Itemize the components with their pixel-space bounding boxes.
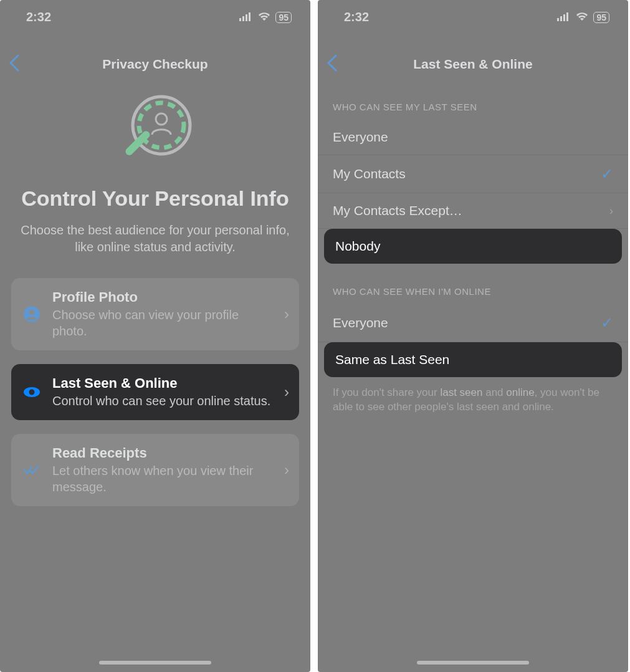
row-online-everyone[interactable]: Everyone ✓ — [318, 304, 628, 342]
svg-rect-14 — [563, 14, 565, 21]
signal-icon — [557, 10, 571, 24]
home-indicator[interactable] — [417, 661, 529, 665]
option-title: Read Receipts — [52, 445, 273, 461]
option-desc: Choose who can view your profile photo. — [52, 307, 273, 339]
chevron-right-icon: › — [284, 305, 289, 323]
status-bar: 2:32 95 — [318, 0, 628, 34]
nav-bar: Privacy Checkup — [0, 46, 310, 83]
home-indicator[interactable] — [99, 661, 211, 665]
row-label: My Contacts Except… — [333, 203, 462, 218]
option-profile-photo[interactable]: Profile Photo Choose who can view your p… — [11, 278, 299, 350]
phone-screen-1: 2:32 95 Privacy Checkup Control Your Per… — [0, 0, 310, 672]
svg-point-6 — [156, 113, 167, 125]
svg-rect-0 — [239, 18, 241, 21]
double-check-icon — [22, 464, 41, 476]
phone-screen-2: 2:32 95 Last Seen & Online WHO CAN SEE M… — [318, 0, 628, 672]
wifi-icon — [576, 10, 588, 24]
eye-icon — [22, 386, 41, 398]
hero-illustration-icon — [0, 94, 310, 169]
svg-rect-15 — [566, 12, 568, 21]
svg-rect-13 — [560, 16, 562, 21]
section-last-seen: WHO CAN SEE MY LAST SEEN Everyone My Con… — [318, 102, 628, 264]
nav-bar: Last Seen & Online — [318, 46, 628, 83]
battery-icon: 95 — [593, 12, 609, 23]
svg-point-9 — [29, 310, 34, 315]
chevron-right-icon: › — [284, 383, 289, 401]
row-label: My Contacts — [333, 166, 406, 181]
row-my-contacts[interactable]: My Contacts ✓ — [318, 155, 628, 193]
status-bar: 2:32 95 — [0, 0, 310, 34]
section-header: WHO CAN SEE MY LAST SEEN — [318, 102, 628, 112]
row-label: Same as Last Seen — [335, 352, 449, 367]
section-header: WHO CAN SEE WHEN I'M ONLINE — [318, 286, 628, 297]
option-title: Profile Photo — [52, 289, 273, 305]
back-icon[interactable] — [9, 52, 20, 77]
svg-rect-2 — [246, 14, 247, 21]
status-time: 2:32 — [26, 10, 51, 24]
row-same-as-last-seen[interactable]: Same as Last Seen — [324, 342, 622, 377]
row-label: Everyone — [333, 315, 388, 330]
checkmark-icon: ✓ — [601, 314, 613, 332]
row-label: Everyone — [333, 130, 388, 145]
option-title: Last Seen & Online — [52, 375, 273, 391]
section-online: WHO CAN SEE WHEN I'M ONLINE Everyone ✓ S… — [318, 286, 628, 377]
page-title: Control Your Personal Info — [0, 186, 310, 211]
chevron-right-icon: › — [284, 461, 289, 479]
signal-icon — [239, 10, 253, 24]
wifi-icon — [258, 10, 270, 24]
nav-title: Last Seen & Online — [413, 57, 532, 72]
option-last-seen-online[interactable]: Last Seen & Online Control who can see y… — [11, 364, 299, 420]
nav-title: Privacy Checkup — [102, 57, 208, 72]
status-time: 2:32 — [344, 10, 369, 24]
row-nobody[interactable]: Nobody — [324, 229, 622, 264]
status-right: 95 — [239, 10, 292, 24]
row-everyone[interactable]: Everyone — [318, 120, 628, 155]
status-right: 95 — [557, 10, 609, 24]
checkmark-icon: ✓ — [601, 165, 613, 183]
row-label: Nobody — [335, 239, 380, 254]
option-read-receipts[interactable]: Read Receipts Let others know when you v… — [11, 434, 299, 506]
row-my-contacts-except[interactable]: My Contacts Except… › — [318, 193, 628, 229]
svg-rect-3 — [249, 12, 251, 21]
battery-icon: 95 — [275, 12, 292, 23]
option-list: Profile Photo Choose who can view your p… — [0, 278, 310, 506]
back-icon[interactable] — [327, 52, 338, 77]
page-subtitle: Choose the best audience for your person… — [0, 222, 310, 256]
footer-note: If you don't share your last seen and on… — [318, 377, 628, 415]
option-desc: Let others know when you view their mess… — [52, 463, 273, 495]
option-desc: Control who can see your online status. — [52, 393, 273, 409]
profile-photo-icon — [22, 306, 41, 322]
svg-point-11 — [29, 390, 35, 395]
chevron-right-icon: › — [609, 204, 613, 218]
svg-rect-1 — [242, 16, 244, 21]
svg-rect-12 — [557, 18, 559, 21]
